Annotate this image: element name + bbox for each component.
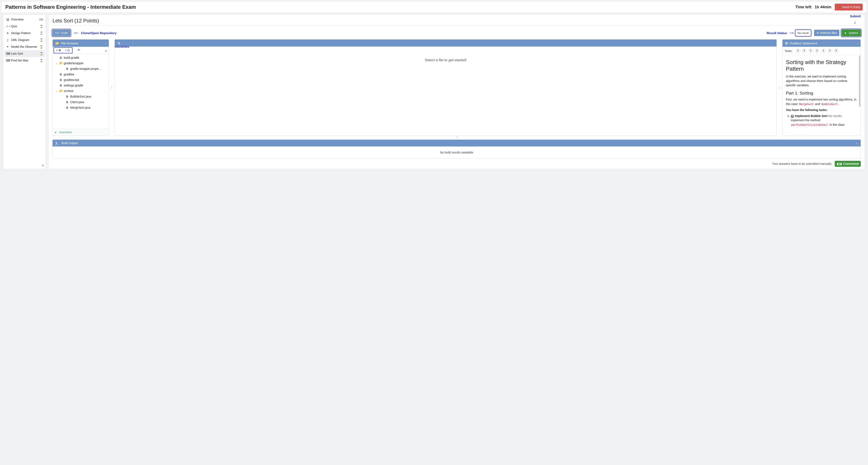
file-icon: 🗎 <box>66 95 69 98</box>
top-header: Patterns in Software Engineering - Inter… <box>1 1 867 13</box>
tree-node-label: gradlew.bat <box>64 78 79 82</box>
submission-status: Submitted. <box>59 130 72 134</box>
tree-node-label: BubbleSort.java <box>70 95 91 98</box>
task-status-dot[interactable]: ? <box>815 49 819 53</box>
sidebar-item-model-the-observer[interactable]: ⚭Model the Observer⌛ <box>4 43 45 50</box>
sidebar-item-label: Find the Max <box>11 59 38 62</box>
text-fragment: . Make sure to follow the <box>808 127 840 128</box>
problem-part1-text: First, we need to implement two sorting … <box>786 97 857 106</box>
terminal-icon: ❯_ <box>55 141 59 145</box>
editor-panel: 🗎 Select a file to get started! Add new … <box>115 39 777 136</box>
resize-handle-vertical[interactable]: ∥ <box>111 39 113 136</box>
tree-folder[interactable]: ⌄📂src/test <box>53 88 109 94</box>
sidebar: ▤Overview0/6✓✓Quiz⌛ADesign Pattern⌛▯UML … <box>3 14 46 169</box>
add-folder-button[interactable]: +🗀 <box>64 48 71 53</box>
tree-file[interactable]: 🗎build.gradle <box>53 55 109 60</box>
task-status-dot[interactable]: ? <box>796 49 800 53</box>
result-status-badge: No result <box>796 30 811 36</box>
sidebar-item-label: UML Diagram <box>11 38 38 41</box>
build-output-title: Build Output <box>61 141 78 145</box>
code-button[interactable]: </> Code <box>53 30 70 36</box>
refresh-files-button[interactable]: ⟳ Refresh files <box>814 30 840 36</box>
graph-icon: ⚭ <box>6 45 9 49</box>
sidebar-item-quiz[interactable]: ✓✓Quiz⌛ <box>4 23 45 30</box>
annotation-submit-arrow: ↓ <box>854 20 856 25</box>
door-icon: 🚪 <box>837 5 841 9</box>
code-icon: </> <box>55 31 59 35</box>
hand-in-label: Hand in Early <box>842 5 860 9</box>
add-file-button[interactable]: +🗎 <box>55 48 62 53</box>
file-icon: 🗎 <box>59 72 62 76</box>
annotation-submit-label: Submit <box>850 14 861 18</box>
file-icon: 🗎 <box>58 49 61 52</box>
annotation-result-arrow: ⟶ <box>789 31 794 35</box>
task-status-dot[interactable]: ? <box>828 49 832 53</box>
tree-node-label: MergeSort.java <box>70 106 90 109</box>
editor-body: Select a file to get started! Add new fi… <box>115 47 776 136</box>
resize-handle-vertical[interactable]: ∥ <box>779 39 780 136</box>
tasks-label: Tasks: <box>785 49 793 53</box>
tree-file[interactable]: 🗎gradle-wrapper.prope… <box>53 66 109 71</box>
build-output-body: No build results available <box>53 146 861 158</box>
time-left-label: Time left: <box>795 5 812 9</box>
tree-file[interactable]: 🗎gradlew <box>53 71 109 77</box>
task-status-dot[interactable]: ? <box>808 49 813 53</box>
tasks-intro: You have the following tasks: <box>786 108 857 112</box>
text-fragment: and <box>814 102 821 106</box>
code-performsort: performSort(List<Date>) <box>790 123 829 126</box>
chevron-down-icon: ⌄ <box>56 62 58 65</box>
tree-node-label: gradle/wrapper <box>64 61 84 65</box>
sidebar-collapse-button[interactable]: « <box>42 163 44 167</box>
sidebar-item-lets-sort[interactable]: ⌨Lets Sort⌛ <box>4 50 45 57</box>
document-icon: ▤ <box>785 41 788 45</box>
chevron-right-icon[interactable]: › <box>857 41 858 45</box>
sidebar-item-uml-diagram[interactable]: ▯UML Diagram⌛ <box>4 36 45 43</box>
tree-node-label: src/test <box>64 89 73 93</box>
play-circle-icon: ⏵ <box>844 31 847 35</box>
keyboard-icon: ⌨ <box>6 52 9 55</box>
tree-folder[interactable]: ⌄📂gradle/wrapper <box>53 60 109 66</box>
task-status-dot[interactable]: ? <box>821 49 826 53</box>
tree-file[interactable]: 🗎settings.gradle <box>53 83 109 88</box>
sidebar-item-overview[interactable]: ▤Overview0/6 <box>4 16 45 23</box>
file-browser-title: File browser <box>61 41 79 45</box>
connected-label: Connected <box>843 162 859 166</box>
file-browser-toolbar: +🗎 +🗀 ︽ ↖ <box>53 47 109 54</box>
sidebar-item-label: Model the Observer <box>11 45 38 49</box>
resize-handle-horizontal[interactable]: ═ <box>53 136 861 138</box>
sidebar-item-design-pattern[interactable]: ADesign Pattern⌛ <box>4 30 45 36</box>
tree-file[interactable]: 🗎MergeSort.java <box>53 105 109 110</box>
file-outline-icon: 🗎 <box>117 41 121 45</box>
task1-status: No results <box>828 114 842 118</box>
annotation-clone-arrow: ⟵ <box>74 31 79 35</box>
tree-node-label: build.gradle <box>64 56 79 59</box>
build-output-panel: ❯_ Build Output ⌄ No build results avail… <box>53 140 861 158</box>
build-output-header[interactable]: ❯_ Build Output ⌄ <box>53 140 861 146</box>
hand-in-early-button[interactable]: 🚪 Hand in Early <box>835 4 863 10</box>
tree-file[interactable]: 🗎Client.java <box>53 99 109 105</box>
sidebar-item-label: Design Pattern <box>11 31 38 35</box>
font-icon: A <box>6 31 9 35</box>
task-status-dot[interactable]: ? <box>834 49 839 53</box>
chevron-left-icon[interactable]: ‹ <box>105 41 106 45</box>
task-status-dot[interactable]: ? <box>802 49 807 53</box>
tree-file[interactable]: 🗎gradlew.bat <box>53 77 109 83</box>
plus-icon: + <box>65 49 67 52</box>
refresh-label: Refresh files <box>820 31 837 35</box>
tasks-strip: Tasks: ??????? <box>782 47 861 55</box>
folder-open-icon: 📂 <box>59 89 62 93</box>
sidebar-item-find-the-max[interactable]: ⌨Find the Max⌛ <box>4 57 45 64</box>
refresh-icon: ⟳ <box>816 31 819 35</box>
scrollbar-thumb[interactable] <box>859 56 860 107</box>
code-bubblesort: BubbleSort <box>821 102 838 106</box>
time-left-value: 1h 44min <box>815 5 831 9</box>
task-title: Lets Sort (12 Points) <box>53 18 861 24</box>
file-icon: 🗎 <box>66 100 69 104</box>
submit-button[interactable]: ⏵ Submit <box>842 29 861 36</box>
chevron-down-icon[interactable]: ⌄ <box>856 141 858 145</box>
tree-file[interactable]: 🗎BubbleSort.java <box>53 94 109 99</box>
collapse-all-button[interactable]: ︽ <box>105 49 107 52</box>
editor-placeholder: Select a file to get started! <box>425 58 467 62</box>
folder-open-icon: 📂 <box>55 41 59 45</box>
folder-open-icon: 📂 <box>59 61 62 65</box>
